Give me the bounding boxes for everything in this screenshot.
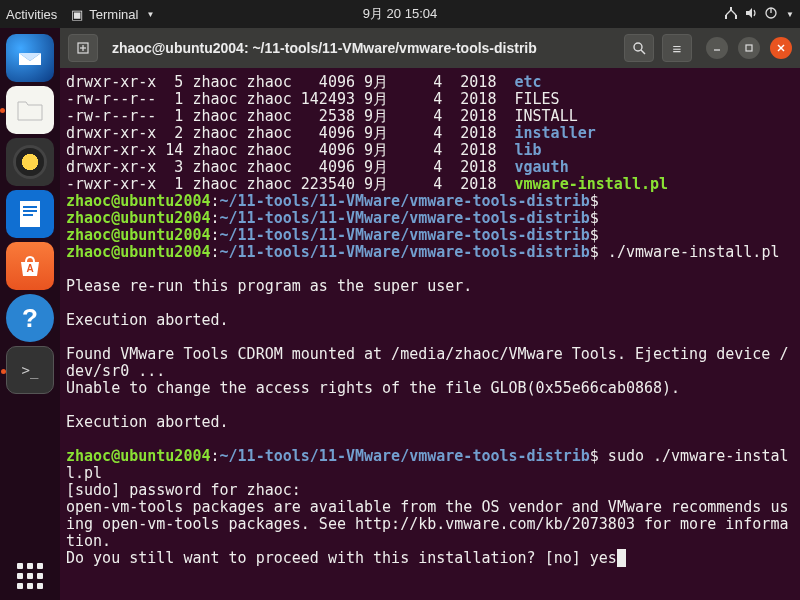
dock-app-files[interactable] <box>6 86 54 134</box>
speaker-icon <box>16 148 44 176</box>
close-icon <box>776 43 786 53</box>
apps-grid-icon <box>17 563 43 589</box>
svg-rect-16 <box>746 45 752 51</box>
dock-app-help[interactable]: ? <box>6 294 54 342</box>
svg-line-14 <box>641 50 645 54</box>
activities-button[interactable]: Activities <box>6 7 57 22</box>
terminal-window: zhaoc@ubuntu2004: ~/11-tools/11-VMware/v… <box>60 28 800 600</box>
chevron-down-icon: ▼ <box>146 10 154 19</box>
thunderbird-icon <box>15 43 45 73</box>
terminal-content[interactable]: drwxr-xr-x 5 zhaoc zhaoc 4096 9月 4 2018 … <box>60 68 800 600</box>
hamburger-icon: ≡ <box>673 40 682 57</box>
app-menu[interactable]: ▣ Terminal ▼ <box>71 7 154 22</box>
menu-button[interactable]: ≡ <box>662 34 692 62</box>
minimize-button[interactable] <box>706 37 728 59</box>
dock-app-libreoffice-writer[interactable] <box>6 190 54 238</box>
clock[interactable]: 9月 20 15:04 <box>269 5 532 23</box>
new-tab-button[interactable] <box>68 34 98 62</box>
search-icon <box>632 41 647 56</box>
maximize-icon <box>744 43 754 53</box>
minimize-icon <box>712 43 722 53</box>
search-button[interactable] <box>624 34 654 62</box>
close-button[interactable] <box>770 37 792 59</box>
dock-app-ubuntu-software[interactable]: A <box>6 242 54 290</box>
svg-point-13 <box>634 43 642 51</box>
svg-rect-6 <box>23 206 37 208</box>
new-tab-icon <box>75 40 91 56</box>
dock: A ? >_ <box>0 28 60 600</box>
folder-icon <box>16 98 44 122</box>
svg-rect-8 <box>23 214 33 216</box>
svg-rect-7 <box>23 210 37 212</box>
dock-app-terminal[interactable]: >_ <box>6 346 54 394</box>
svg-rect-1 <box>725 15 727 19</box>
system-status-area[interactable]: ▼ <box>724 6 794 23</box>
shopping-bag-icon: A <box>17 254 43 278</box>
terminal-prompt-icon: >_ <box>22 362 39 378</box>
svg-text:A: A <box>26 263 33 274</box>
power-icon <box>764 6 778 23</box>
help-icon: ? <box>22 303 38 334</box>
chevron-down-icon: ▼ <box>786 10 794 19</box>
dock-app-thunderbird[interactable] <box>6 34 54 82</box>
maximize-button[interactable] <box>738 37 760 59</box>
gnome-top-bar: Activities ▣ Terminal ▼ 9月 20 15:04 ▼ <box>0 0 800 28</box>
document-icon <box>17 199 43 229</box>
svg-rect-2 <box>735 15 737 19</box>
terminal-icon: ▣ <box>71 7 83 22</box>
dock-show-applications[interactable] <box>6 552 54 600</box>
dock-app-rhythmbox[interactable] <box>6 138 54 186</box>
window-title: zhaoc@ubuntu2004: ~/11-tools/11-VMware/v… <box>106 40 616 56</box>
network-icon <box>724 6 738 23</box>
app-menu-label: Terminal <box>89 7 138 22</box>
volume-icon <box>744 6 758 23</box>
title-bar: zhaoc@ubuntu2004: ~/11-tools/11-VMware/v… <box>60 28 800 68</box>
